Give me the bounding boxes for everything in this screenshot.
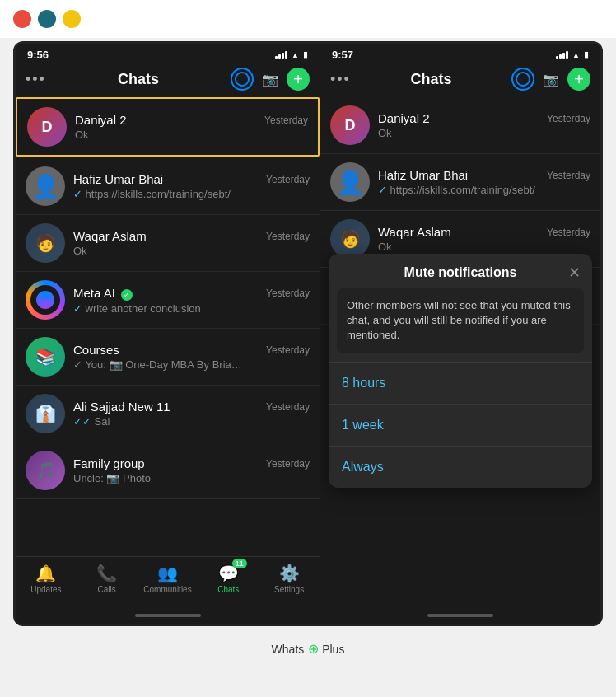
right-battery-icon: ▮: [584, 49, 589, 60]
left-header-icons: 📷 +: [231, 68, 310, 91]
chat-item-courses[interactable]: 📚 Courses Yesterday ✓ You: 📷 One-Day MBA…: [16, 329, 320, 386]
nav-calls[interactable]: 📞 Calls: [77, 564, 138, 594]
mute-dialog: Mute notifications ✕ Other members will …: [329, 254, 592, 488]
right-hafiz-name: Hafiz Umar Bhai: [378, 168, 468, 182]
whatsapp-logo: ⊕: [304, 642, 322, 656]
chats-badge-container: 💬 11: [218, 564, 239, 583]
right-hafiz-avatar: 👤: [330, 162, 370, 202]
footer-text: Whats ⊕ Plus: [272, 643, 345, 656]
waqar-avatar: 🧑: [26, 223, 65, 263]
waqar-time: Yesterday: [266, 231, 310, 242]
left-header: ••• Chats 📷 +: [16, 63, 320, 97]
close-button[interactable]: [13, 10, 31, 28]
courses-avatar: 📚: [26, 337, 65, 377]
ali-preview: ✓✓ Sai: [73, 415, 238, 428]
family-info: Family group Yesterday Uncle: 📷 Photo: [73, 456, 310, 484]
meta-circle-icon[interactable]: [231, 68, 254, 91]
camera-icon[interactable]: 📷: [262, 72, 278, 87]
menu-icon[interactable]: •••: [26, 71, 46, 88]
left-chats-title: Chats: [118, 71, 159, 88]
right-meta-circle-icon[interactable]: [511, 68, 534, 91]
family-preview: Uncle: 📷 Photo: [73, 472, 238, 484]
nav-communities[interactable]: 👥 Communities: [138, 564, 198, 594]
chat-item-ali[interactable]: 👔 Ali Sajjad New 11 Yesterday ✓✓ Sai: [16, 386, 320, 442]
maximize-button[interactable]: [63, 10, 81, 28]
right-daniyal-info: Daniyal 2 Yesterday Ok: [378, 111, 590, 139]
right-chat-daniyal[interactable]: D Daniyal 2 Yesterday Ok: [320, 97, 600, 154]
minimize-button[interactable]: [38, 10, 56, 28]
mute-close-button[interactable]: ✕: [568, 264, 581, 282]
meta-time: Yesterday: [266, 288, 310, 299]
plus-text: Plus: [322, 643, 344, 656]
battery-icon: ▮: [303, 49, 308, 60]
updates-label: Updates: [30, 585, 61, 594]
left-time: 9:56: [27, 49, 49, 61]
right-daniyal-avatar: D: [330, 105, 370, 145]
right-chat-hafiz[interactable]: 👤 Hafiz Umar Bhai Yesterday ✓ https://is…: [320, 154, 600, 211]
right-waqar-time: Yesterday: [547, 227, 590, 238]
right-camera-icon[interactable]: 📷: [543, 72, 559, 87]
hafiz-info: Hafiz Umar Bhai Yesterday ✓ https://iski…: [73, 172, 310, 200]
chat-item-hafiz[interactable]: 👤 Hafiz Umar Bhai Yesterday ✓ https://is…: [16, 158, 320, 215]
meta-ai-avatar: [26, 280, 65, 320]
right-menu-icon[interactable]: •••: [330, 71, 351, 88]
right-hafiz-info: Hafiz Umar Bhai Yesterday ✓ https://iski…: [378, 168, 590, 196]
window-chrome: [0, 0, 616, 38]
waqar-name: Waqar Aslam: [73, 229, 147, 243]
left-bottom-nav: 🔔 Updates 📞 Calls 👥 Communities 💬 11 Cha…: [16, 556, 320, 607]
mute-title: Mute notifications: [404, 265, 517, 280]
right-header-icons: 📷 +: [511, 68, 590, 91]
right-header: ••• Chats 📷 +: [320, 63, 600, 97]
mute-option-8hours[interactable]: 8 hours: [329, 362, 592, 404]
right-chats-title: Chats: [410, 71, 451, 88]
daniyal-avatar: D: [27, 107, 67, 147]
communities-label: Communities: [143, 585, 191, 594]
right-signal-icon: [556, 51, 568, 59]
courses-name: Courses: [73, 343, 119, 357]
chats-badge: 11: [232, 559, 247, 568]
right-waqar-info: Waqar Aslam Yesterday Ok: [378, 225, 590, 253]
ali-info: Ali Sajjad New 11 Yesterday ✓✓ Sai: [73, 400, 310, 428]
daniyal-preview: Ok: [75, 129, 240, 141]
person-icon: 👤: [31, 173, 60, 200]
mute-header: Mute notifications ✕: [329, 254, 592, 288]
add-chat-button[interactable]: +: [287, 68, 310, 91]
right-home-indicator: [320, 607, 600, 624]
right-person-icon: 👤: [336, 169, 365, 196]
daniyal-info: Daniyal 2 Yesterday Ok: [75, 113, 308, 141]
wifi-icon: ▲: [291, 50, 300, 60]
right-add-chat-button[interactable]: +: [567, 68, 590, 91]
right-phone: 9:57 ▲ ▮ ••• Chats 📷 +: [320, 44, 600, 624]
footer: Whats ⊕ Plus: [0, 634, 616, 667]
chat-item-family[interactable]: 🎵 Family group Yesterday Uncle: 📷 Photo: [16, 442, 320, 499]
daniyal-time: Yesterday: [264, 115, 308, 126]
chat-item-daniyal[interactable]: D Daniyal 2 Yesterday Ok: [16, 97, 320, 157]
ali-time: Yesterday: [266, 401, 310, 413]
nav-settings[interactable]: ⚙️ Settings: [259, 564, 320, 594]
signal-icon: [275, 51, 287, 59]
right-daniyal-time: Yesterday: [547, 113, 590, 124]
right-home-bar: [427, 614, 493, 617]
family-name: Family group: [73, 456, 145, 470]
hafiz-time: Yesterday: [266, 174, 310, 185]
meta-name: Meta AI ✓: [73, 286, 133, 301]
calls-label: Calls: [98, 585, 116, 594]
mute-option-always[interactable]: Always: [329, 446, 592, 488]
nav-updates[interactable]: 🔔 Updates: [16, 564, 77, 594]
right-waqar-avatar: 🧑: [330, 219, 370, 259]
communities-icon: 👥: [157, 564, 178, 583]
mute-description: Other members will not see that you mute…: [337, 288, 584, 353]
chat-item-waqar[interactable]: 🧑 Waqar Aslam Yesterday Ok: [16, 215, 320, 272]
right-daniyal-name: Daniyal 2: [378, 111, 430, 125]
family-avatar: 🎵: [26, 451, 65, 490]
left-status-bar: 9:56 ▲ ▮: [16, 44, 320, 63]
mute-option-1week[interactable]: 1 week: [329, 404, 592, 446]
meta-preview: ✓ write another conclusion: [73, 302, 238, 315]
calls-icon: 📞: [96, 564, 117, 583]
right-status-icons: ▲ ▮: [556, 49, 589, 60]
left-chat-list: D Daniyal 2 Yesterday Ok 👤 Hafiz Umar Bh…: [16, 97, 320, 556]
chat-item-meta[interactable]: Meta AI ✓ Yesterday ✓ write another conc…: [16, 272, 320, 329]
ali-avatar: 👔: [26, 394, 65, 433]
nav-chats[interactable]: 💬 11 Chats: [198, 564, 259, 594]
right-waqar-preview: Ok: [378, 241, 543, 253]
